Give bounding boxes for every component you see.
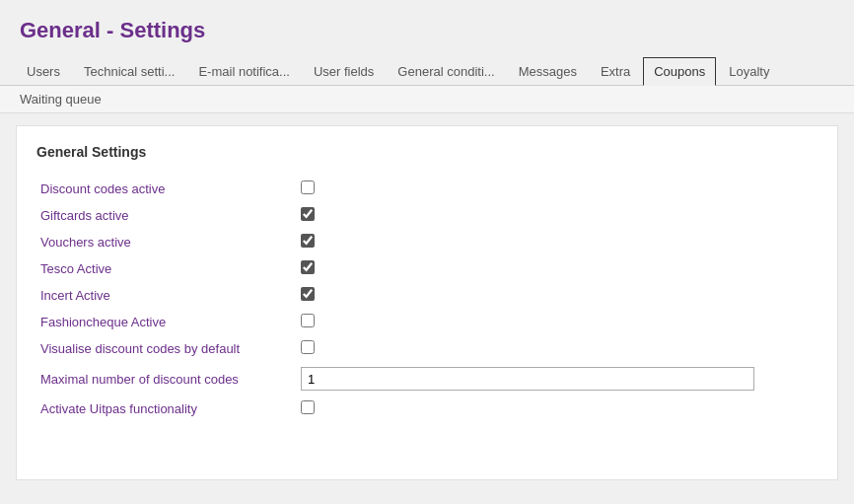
settings-row-discount-codes-active: Discount codes active bbox=[36, 176, 818, 202]
tab-users[interactable]: Users bbox=[16, 57, 71, 86]
setting-label-fashioncheque-active: Fashioncheque Active bbox=[36, 309, 293, 335]
input-maximal-discount[interactable] bbox=[301, 367, 754, 391]
settings-row-fashioncheque-active: Fashioncheque Active bbox=[36, 309, 818, 335]
setting-control-discount-codes-active[interactable] bbox=[293, 176, 818, 202]
setting-label-maximal-discount: Maximal number of discount codes bbox=[36, 362, 293, 396]
setting-control-activate-uitpas[interactable] bbox=[293, 396, 818, 422]
checkbox-giftcards-active[interactable] bbox=[301, 207, 315, 221]
subtabs-bar: Waiting queue bbox=[0, 86, 854, 113]
settings-row-tesco-active: Tesco Active bbox=[36, 255, 818, 282]
checkbox-fashioncheque-active[interactable] bbox=[301, 314, 315, 327]
setting-control-tesco-active[interactable] bbox=[293, 255, 818, 282]
settings-row-giftcards-active: Giftcards active bbox=[36, 202, 818, 229]
setting-label-activate-uitpas: Activate Uitpas functionality bbox=[36, 396, 293, 422]
setting-control-maximal-discount[interactable] bbox=[293, 362, 818, 396]
setting-control-giftcards-active[interactable] bbox=[293, 202, 818, 229]
tabs-bar: UsersTechnical setti...E-mail notifica..… bbox=[0, 57, 854, 86]
setting-control-incert-active[interactable] bbox=[293, 282, 818, 309]
tab-generalconditi[interactable]: General conditi... bbox=[387, 57, 505, 86]
tab-extra[interactable]: Extra bbox=[590, 57, 641, 86]
settings-row-vouchers-active: Vouchers active bbox=[36, 229, 818, 255]
tab-userfields[interactable]: User fields bbox=[303, 57, 385, 86]
checkbox-activate-uitpas[interactable] bbox=[301, 400, 315, 414]
setting-label-incert-active: Incert Active bbox=[36, 282, 293, 309]
setting-label-giftcards-active: Giftcards active bbox=[36, 202, 293, 229]
settings-row-visualise-discount: Visualise discount codes by default bbox=[36, 335, 818, 362]
setting-label-visualise-discount: Visualise discount codes by default bbox=[36, 335, 293, 362]
tab-technical[interactable]: Technical setti... bbox=[73, 57, 186, 86]
checkbox-vouchers-active[interactable] bbox=[301, 234, 315, 248]
tab-coupons[interactable]: Coupons bbox=[643, 57, 716, 86]
setting-control-vouchers-active[interactable] bbox=[293, 229, 818, 255]
page-title: General - Settings bbox=[0, 0, 854, 57]
setting-label-tesco-active: Tesco Active bbox=[36, 255, 293, 282]
content-area: General Settings Discount codes activeGi… bbox=[16, 125, 838, 480]
subtab-waitingqueue[interactable]: Waiting queue bbox=[20, 92, 102, 107]
settings-row-incert-active: Incert Active bbox=[36, 282, 818, 309]
tab-messages[interactable]: Messages bbox=[508, 57, 588, 86]
settings-row-maximal-discount: Maximal number of discount codes bbox=[36, 362, 818, 396]
section-title: General Settings bbox=[36, 144, 818, 160]
settings-table: Discount codes activeGiftcards activeVou… bbox=[36, 176, 818, 422]
checkbox-visualise-discount[interactable] bbox=[301, 340, 315, 354]
setting-label-discount-codes-active: Discount codes active bbox=[36, 176, 293, 202]
checkbox-incert-active[interactable] bbox=[301, 287, 315, 301]
settings-row-activate-uitpas: Activate Uitpas functionality bbox=[36, 396, 818, 422]
setting-control-fashioncheque-active[interactable] bbox=[293, 309, 818, 335]
setting-control-visualise-discount[interactable] bbox=[293, 335, 818, 362]
tab-loyalty[interactable]: Loyalty bbox=[718, 57, 780, 86]
setting-label-vouchers-active: Vouchers active bbox=[36, 229, 293, 255]
checkbox-tesco-active[interactable] bbox=[301, 260, 315, 274]
checkbox-discount-codes-active[interactable] bbox=[301, 180, 315, 194]
tab-email[interactable]: E-mail notifica... bbox=[187, 57, 300, 86]
page-wrapper: General - Settings UsersTechnical setti.… bbox=[0, 0, 854, 504]
